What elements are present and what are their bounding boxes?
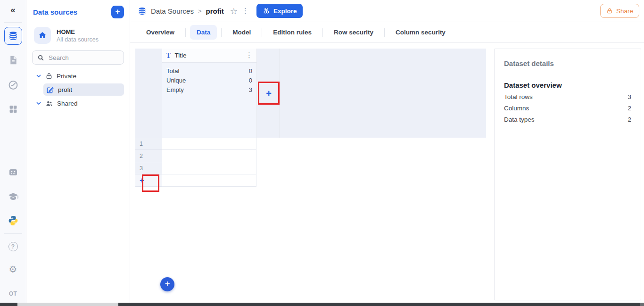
stat-unique: Unique0 <box>166 76 252 85</box>
add-data-source-button[interactable]: + <box>111 6 124 18</box>
people-icon <box>45 99 53 108</box>
panel-section-title: Dataset overview <box>504 81 631 89</box>
tree-group-label: Shared <box>57 100 78 107</box>
data-source-tree: Private profit Shared <box>26 70 130 109</box>
column-stats: Total0 Unique0 Empty3 <box>162 63 256 138</box>
rail-item-help[interactable]: ? <box>8 242 18 251</box>
chevron-down-icon[interactable] <box>36 100 41 106</box>
row-number: 2 <box>135 150 162 162</box>
bottom-scrollbar <box>0 303 644 306</box>
grid-apps-icon <box>8 104 18 114</box>
breadcrumb-root[interactable]: Data Sources <box>151 7 194 15</box>
robot-icon <box>8 166 19 178</box>
python-icon <box>8 215 19 226</box>
grid-corner-cell <box>135 49 162 138</box>
rail-divider <box>4 233 22 234</box>
rail-item-apps[interactable] <box>8 104 18 114</box>
grid-cell-r3[interactable] <box>162 162 256 174</box>
tab-divider <box>384 28 385 37</box>
grid-cell-r1[interactable] <box>162 138 256 150</box>
tab-bar: Overview Data Model Edition rules Row se… <box>130 22 644 43</box>
add-column-button[interactable]: + <box>266 89 272 98</box>
search-box <box>32 50 124 65</box>
gauge-icon <box>8 80 18 91</box>
add-row-cell: + <box>135 174 162 187</box>
text-type-icon: T <box>166 52 171 59</box>
column-header-title[interactable]: T Title ⋮ <box>162 49 256 63</box>
rail-item-dashboards[interactable] <box>8 80 18 91</box>
tab-row-security[interactable]: Row security <box>327 25 380 40</box>
fab-add-button[interactable]: + <box>160 277 174 291</box>
database-icon <box>138 7 147 16</box>
grid-cell-new[interactable] <box>162 174 256 187</box>
tree-group-private[interactable]: Private <box>26 70 130 82</box>
stat-total: Total0 <box>166 66 252 76</box>
collapse-sidebar-button[interactable]: « <box>10 5 16 15</box>
rail-item-python[interactable] <box>8 215 19 226</box>
column-name: Title <box>174 52 242 59</box>
sidebar-title: Data sources <box>33 8 77 16</box>
explore-button[interactable]: Explore <box>256 4 303 18</box>
share-button[interactable]: Share <box>600 4 639 18</box>
edit-pencil-icon <box>46 86 54 94</box>
tab-divider <box>185 28 186 37</box>
tree-item-profit[interactable]: profit <box>43 83 124 96</box>
tab-model[interactable]: Model <box>226 25 257 40</box>
scrollbar-thumb[interactable] <box>17 303 118 306</box>
icon-rail: « <box>0 0 26 306</box>
search-input[interactable] <box>49 54 115 61</box>
rail-item-documents[interactable] <box>8 55 18 66</box>
breadcrumb: Data Sources > profit ☆ ⋮ <box>138 6 249 16</box>
rail-item-settings[interactable]: ⚙ <box>9 264 17 275</box>
favorite-star-icon[interactable]: ☆ <box>230 6 238 16</box>
row-number: 1 <box>135 138 162 150</box>
tab-data[interactable]: Data <box>190 25 217 40</box>
home-icon <box>34 27 51 44</box>
data-grid-area: T Title ⋮ Total0 Unique0 Empty3 + <box>130 43 644 306</box>
scrollbar-end-segment <box>640 303 644 306</box>
dataset-details-panel: Dataset details Dataset overview Total r… <box>494 49 641 300</box>
rail-item-assistant[interactable] <box>8 166 19 178</box>
breadcrumb-separator: > <box>198 8 202 15</box>
grid-header-filler <box>280 49 486 138</box>
sidebar: Data sources + HOME All data sources <box>26 0 130 306</box>
stat-empty: Empty3 <box>166 85 252 95</box>
app-window: « <box>0 0 644 306</box>
tree-item-label: profit <box>58 86 72 93</box>
top-bar: Data Sources > profit ☆ ⋮ Explore Share <box>130 0 644 22</box>
rail-divider <box>4 22 22 23</box>
grid-cell-r2[interactable] <box>162 150 256 162</box>
rail-item-academy[interactable] <box>7 191 19 203</box>
overview-columns: Columns2 <box>504 105 631 112</box>
lock-icon <box>45 72 53 80</box>
database-icon <box>8 31 18 41</box>
panel-title: Dataset details <box>504 59 631 67</box>
tree-group-label: Private <box>57 73 76 80</box>
lock-icon <box>606 8 613 14</box>
breadcrumb-current: profit <box>206 7 223 15</box>
search-icon <box>37 54 44 61</box>
document-icon <box>8 55 18 66</box>
column-menu-icon[interactable]: ⋮ <box>246 52 253 59</box>
tab-divider <box>322 28 323 37</box>
overview-data-types: Data types2 <box>504 116 631 123</box>
tab-edition-rules[interactable]: Edition rules <box>266 25 318 40</box>
graduation-cap-icon <box>7 191 19 203</box>
sidebar-item-home[interactable]: HOME All data sources <box>34 27 124 44</box>
help-icon: ? <box>8 242 18 251</box>
binoculars-icon <box>263 7 270 15</box>
main-area: Data Sources > profit ☆ ⋮ Explore Share … <box>130 0 644 306</box>
rail-item-data-sources[interactable] <box>4 27 22 45</box>
more-options-icon[interactable]: ⋮ <box>242 8 249 15</box>
tab-overview[interactable]: Overview <box>140 25 181 40</box>
add-row-button[interactable]: + <box>140 176 144 184</box>
row-number: 3 <box>135 162 162 174</box>
tab-divider <box>221 28 222 37</box>
tab-column-security[interactable]: Column security <box>389 25 452 40</box>
user-avatar[interactable]: OT <box>6 287 20 301</box>
chevron-down-icon[interactable] <box>36 73 41 79</box>
overview-total-rows: Total rows3 <box>504 93 631 100</box>
home-sublabel: All data sources <box>57 36 99 43</box>
home-label: HOME <box>57 28 99 35</box>
tree-group-shared[interactable]: Shared <box>26 98 130 109</box>
